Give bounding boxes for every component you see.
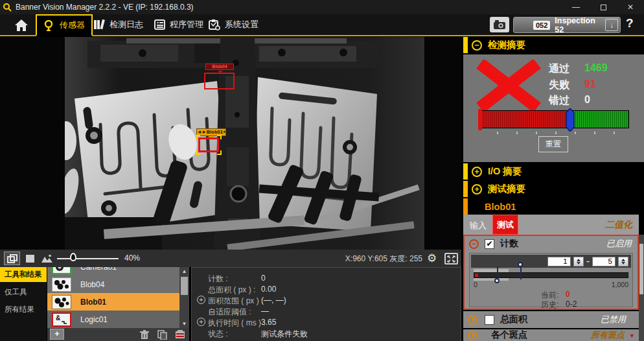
scroll-down-icon[interactable]: ▼ [179, 321, 189, 327]
expand-icon[interactable]: + [468, 331, 477, 340]
svg-text:&: & [56, 314, 60, 322]
home-button[interactable] [10, 16, 32, 34]
roi-corner-handle[interactable] [196, 150, 200, 155]
scroll-up-icon[interactable]: ▲ [179, 268, 189, 274]
count-body: 1 - 5 0 1,000 当前: 0 历史: 0-2 [469, 253, 633, 307]
inspection-label: Inspection 52 [555, 16, 605, 34]
snapshot-button[interactable] [490, 17, 509, 32]
spin-up-icon [577, 257, 581, 261]
result-row: 自适应阈值 :— [192, 307, 461, 317]
tab-program-manage[interactable]: 程序管理 [148, 15, 210, 34]
results-tab-column: 工具和结果 仅工具 所有结果 [0, 267, 47, 341]
spin-down-icon [577, 262, 581, 266]
expand-icon[interactable]: + [197, 296, 205, 304]
roi-blob01-text: Blob01 [207, 129, 223, 135]
tab-test-selected[interactable]: 测试 [492, 215, 518, 235]
tool-row-logic01[interactable]: & Logic01 [47, 311, 179, 328]
result-value: 0 [261, 274, 266, 283]
expand-icon[interactable]: + [468, 315, 477, 325]
tool-action-bar: + [47, 328, 189, 341]
count-enabled-checkbox[interactable]: ✔ [485, 239, 494, 249]
tab-input[interactable]: 输入 [470, 220, 487, 231]
count-max-input[interactable]: 5 [592, 257, 615, 266]
cursor-status: X:960 Y:605 灰度: 255 [0, 253, 422, 265]
expand-icon[interactable]: + [472, 184, 482, 194]
collapse-icon[interactable]: − [472, 40, 482, 51]
roi-label-blob04: Blob04 [205, 64, 234, 70]
section-test-summary-header[interactable]: + 测试摘要 [463, 181, 644, 197]
roi-corner-handle[interactable] [196, 135, 200, 139]
roi-box-blob01-selected[interactable] [198, 137, 219, 152]
tool-tab-row: 输入 测试 二值化 [463, 215, 639, 235]
total-area-checkbox[interactable] [485, 315, 494, 325]
roi-corner-handle[interactable] [217, 135, 222, 139]
window-title: Banner Vision Manager 2.2.2 - VE (IP: 19… [16, 3, 194, 12]
delete-tool-icon[interactable] [140, 330, 149, 340]
maximize-button[interactable] [590, 0, 617, 14]
sensor-icon [43, 19, 55, 31]
tool-row-blob04[interactable]: Blob04 [47, 276, 179, 293]
export-tool-icon[interactable] [175, 330, 185, 340]
tab-all-results[interactable]: 所有结果 [0, 302, 47, 317]
copy-tool-icon[interactable] [157, 330, 167, 340]
tool-list-scrollbar[interactable]: ▲ ▼ [179, 267, 189, 328]
help-button[interactable]: ? [626, 16, 634, 30]
dropdown-arrow-icon[interactable]: ▼ [629, 333, 635, 339]
expand-icon[interactable]: + [472, 167, 482, 177]
binarization-mode-label: 二值化 [605, 219, 632, 231]
section-title: 检测摘要 [488, 39, 525, 51]
inspection-selector[interactable]: 052 Inspection 52 ↓ [513, 17, 621, 33]
tool-list: Camera01 Blob04 Blob01 & Logic01 [47, 267, 189, 328]
tab-system-settings[interactable]: 系统设置 [202, 15, 265, 34]
roi-box-blob04[interactable] [204, 73, 235, 89]
miss-count: 0 [584, 94, 590, 106]
close-button[interactable]: ✕ [617, 0, 644, 14]
scrollbar-thumb[interactable] [181, 277, 188, 295]
roi-label-blob01[interactable]: ◄►Blob01+ [196, 128, 226, 136]
history-bar-cap [478, 109, 482, 130]
collapse-icon[interactable]: − [469, 239, 479, 249]
blobs-filter-value[interactable]: 所有斑点 [591, 329, 625, 341]
tool-row-blob01-selected[interactable]: Blob01 [47, 293, 179, 311]
count-state: 已启用 [606, 238, 632, 250]
count-min-spinner[interactable] [573, 257, 584, 266]
expand-icon[interactable]: + [197, 318, 205, 326]
count-max-spinner[interactable] [618, 257, 628, 266]
tab-tools-only[interactable]: 仅工具 [0, 285, 47, 300]
add-tool-button[interactable]: + [50, 329, 64, 340]
help-icon: ? [626, 16, 634, 30]
camera-image-viewer[interactable]: Blob04 ◄►Blob01+ [0, 37, 461, 250]
result-row: +执行时间 ( ms ) :3.65 [192, 318, 461, 328]
roi-corner-handle[interactable] [217, 150, 222, 155]
tab-inspection-logs[interactable]: 检测日志 [87, 15, 150, 34]
tab-sensor[interactable]: 传感器 [36, 14, 93, 36]
slider-min-pin-handle[interactable] [494, 278, 500, 283]
result-label: 执行时间 ( ms ) : [208, 318, 266, 329]
scrollbar-thumb[interactable] [639, 244, 643, 294]
viewer-settings-button[interactable]: ⚙ [427, 252, 437, 265]
count-header[interactable]: − ✔ 计数 已启用 [465, 236, 638, 252]
inspection-dropdown-button[interactable]: ↓ [605, 19, 618, 31]
history-tick [614, 132, 615, 134]
result-row: +面积范围 ( px ) :(—, —) [192, 296, 461, 306]
tool-name: Blob04 [80, 280, 104, 289]
result-label: 总面积 ( px ) : [208, 285, 255, 296]
slider-max-pin-handle[interactable] [518, 262, 523, 267]
total-area-section-header[interactable]: + 总面积 已禁用 [463, 311, 639, 328]
reset-button[interactable]: 重置 [538, 136, 568, 152]
tool-row-camera01[interactable]: Camera01 [47, 267, 179, 276]
pass-count: 1469 [584, 62, 608, 74]
count-min-input[interactable]: 1 [547, 257, 571, 266]
individual-blobs-header[interactable]: + 各个斑点 所有斑点 ▼ [463, 329, 639, 341]
section-inspection-summary-header[interactable]: − 检测摘要 [463, 37, 644, 53]
section-io-summary-header[interactable]: + I/O 摘要 [463, 163, 644, 180]
minimize-button[interactable]: — [562, 0, 590, 14]
slider-max-pin[interactable] [520, 265, 522, 279]
section-title: 测试摘要 [488, 183, 525, 195]
history-marker-pin[interactable] [566, 108, 575, 132]
fullscreen-button[interactable] [444, 253, 458, 265]
fullscreen-icon [447, 255, 455, 263]
tab-tools-and-results[interactable]: 工具和结果 [0, 267, 47, 282]
section-blob01-header[interactable]: Blob01 [463, 198, 644, 215]
right-panel-scrollbar[interactable] [639, 235, 644, 341]
